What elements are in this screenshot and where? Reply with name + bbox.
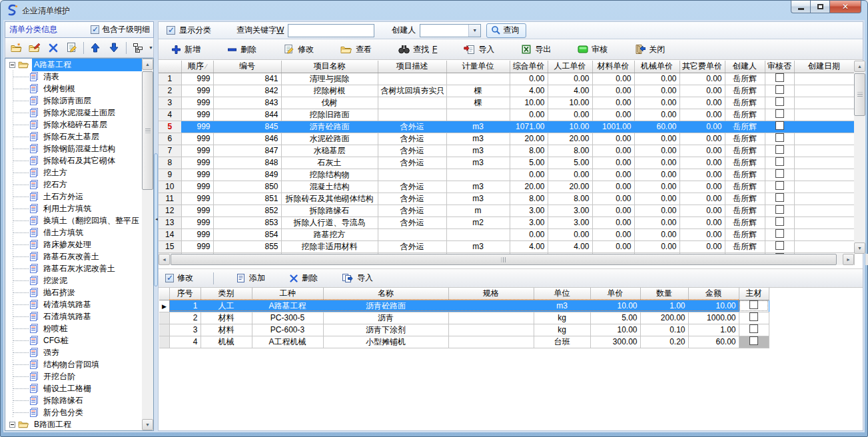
tree-item[interactable]: 石渣填筑路基 bbox=[5, 310, 142, 322]
edit-category-button[interactable] bbox=[27, 40, 42, 56]
tree-item[interactable]: 路基石灰水泥改善土 bbox=[5, 262, 142, 274]
table-row[interactable]: 11999851拆除砖石及其他砌体结构含外运m38.008.000.000.00… bbox=[159, 193, 854, 205]
audit-checkbox[interactable] bbox=[775, 145, 784, 154]
tree-levels-button[interactable] bbox=[131, 40, 146, 56]
column-header[interactable]: 序号 bbox=[169, 288, 201, 300]
column-header[interactable]: 工种 bbox=[252, 288, 323, 300]
row-number[interactable]: 11 bbox=[159, 193, 181, 205]
scroll-up-icon[interactable]: ▲ bbox=[854, 61, 865, 72]
column-header[interactable]: 人工单价 bbox=[548, 61, 592, 73]
scroll-down-icon[interactable]: ▼ bbox=[142, 419, 153, 430]
tree-item[interactable]: 拆除路缘石 bbox=[5, 394, 142, 406]
main-material-checkbox[interactable] bbox=[749, 300, 758, 309]
row-number[interactable]: 10 bbox=[159, 181, 181, 193]
tree-scrollbar[interactable]: ▲ ▼ bbox=[142, 59, 153, 430]
tree-item[interactable]: 换填土（翻挖回填、整平压 bbox=[5, 215, 142, 226]
row-marker[interactable] bbox=[159, 312, 169, 324]
table-row[interactable]: 13999853拆除人行道、导流岛含外运m23.003.000.000.000.… bbox=[159, 217, 854, 228]
item-grid-vthumb[interactable] bbox=[854, 73, 865, 116]
row-number[interactable]: 6 bbox=[159, 133, 181, 145]
audit-checkbox[interactable] bbox=[775, 157, 784, 166]
tree-folder-item[interactable]: B路面工程 bbox=[5, 418, 142, 430]
main-material-checkbox[interactable] bbox=[749, 324, 758, 333]
tree-item[interactable]: 土石方外运 bbox=[5, 191, 142, 203]
detail-import-button[interactable]: 导入 bbox=[340, 271, 375, 285]
audit-checkbox[interactable] bbox=[775, 241, 784, 250]
scroll-right-icon[interactable]: ► bbox=[843, 254, 854, 265]
tree-item[interactable]: 借土方填筑 bbox=[5, 226, 142, 238]
tree-item[interactable]: 利用土方填筑 bbox=[5, 203, 142, 215]
row-marker[interactable] bbox=[159, 336, 169, 348]
tree-item[interactable]: 挖石方 bbox=[5, 179, 142, 191]
column-header[interactable]: 顺序∕ bbox=[181, 61, 213, 73]
tree-item[interactable]: 路基石灰改善土 bbox=[5, 250, 142, 262]
audit-checkbox[interactable] bbox=[775, 193, 784, 202]
view-button[interactable]: 查看 bbox=[338, 43, 374, 57]
column-header[interactable]: 规格 bbox=[448, 288, 534, 300]
modify-category-button[interactable] bbox=[63, 40, 79, 56]
tree-item[interactable]: 拆除沥青面层 bbox=[5, 95, 142, 107]
tree-item[interactable]: 抛石挤淤 bbox=[5, 286, 142, 298]
tree-item[interactable]: 路床掺灰处理 bbox=[5, 238, 142, 250]
table-row[interactable]: 6999846水泥砼路面含外运m320.0020.000.000.000.00岳… bbox=[159, 133, 854, 145]
column-header[interactable]: 审核否 bbox=[765, 61, 794, 73]
row-number[interactable]: 8 bbox=[159, 157, 181, 169]
export-button[interactable]: 导出 bbox=[519, 43, 553, 57]
main-material-checkbox[interactable] bbox=[749, 336, 758, 345]
audit-checkbox[interactable] bbox=[775, 217, 784, 226]
tree-item[interactable]: 清表 bbox=[5, 71, 142, 83]
audit-checkbox[interactable] bbox=[775, 121, 784, 130]
row-number[interactable]: 1 bbox=[159, 73, 181, 85]
table-row[interactable]: 2999842挖除树根含树坑回填夯实只棵4.004.000.000.000.00… bbox=[159, 85, 854, 97]
item-grid-hscrollbar[interactable]: ◄ ► bbox=[159, 254, 854, 265]
new-category-button[interactable] bbox=[9, 40, 24, 56]
table-row[interactable]: 10999850混凝土结构含外运m320.0020.000.000.000.00… bbox=[159, 181, 854, 193]
tree-item[interactable]: 粉喷桩 bbox=[5, 322, 142, 334]
column-header[interactable]: 计量单位 bbox=[446, 61, 510, 73]
detail-delete-button[interactable]: 删除 bbox=[287, 271, 320, 285]
scroll-up-icon[interactable]: ▲ bbox=[142, 59, 153, 70]
column-header[interactable]: 类别 bbox=[201, 288, 252, 300]
audit-checkbox[interactable] bbox=[775, 133, 784, 142]
column-header[interactable]: 项目名称 bbox=[281, 61, 378, 73]
column-header[interactable]: 单位 bbox=[534, 288, 590, 300]
item-grid-vscrollbar[interactable]: ▲ ▼ bbox=[854, 61, 865, 254]
table-row[interactable]: 4机械A工程机械小型摊铺机台班300.000.2060.00 bbox=[159, 336, 769, 348]
tree-item[interactable]: 拆除石灰土基层 bbox=[5, 131, 142, 143]
scroll-down-icon[interactable]: ▼ bbox=[854, 242, 865, 254]
audit-checkbox[interactable] bbox=[775, 73, 784, 82]
tree-item[interactable]: 拆除钢筋混凝土结构 bbox=[5, 143, 142, 155]
audit-button[interactable]: 审核 bbox=[576, 43, 610, 57]
move-down-button[interactable] bbox=[106, 40, 121, 56]
column-header[interactable]: 材料单价 bbox=[592, 61, 634, 73]
row-number[interactable]: 9 bbox=[159, 169, 181, 181]
add-button[interactable]: 新增 bbox=[169, 43, 203, 57]
row-number[interactable]: 7 bbox=[159, 145, 181, 157]
item-grid-hthumb[interactable] bbox=[171, 254, 837, 265]
table-row[interactable]: 14999854路基挖方0.000.000.000.000.00岳所辉 bbox=[159, 228, 854, 240]
column-header[interactable]: 综合单价 bbox=[510, 61, 548, 73]
column-header[interactable]: 创建日期 bbox=[794, 61, 854, 73]
tree-item[interactable]: 拆除水泥混凝土面层 bbox=[5, 107, 142, 119]
column-header[interactable]: 金额 bbox=[688, 288, 739, 300]
table-row[interactable]: 4999844挖除旧路面0.000.000.000.000.00岳所辉 bbox=[159, 109, 854, 121]
audit-checkbox[interactable] bbox=[775, 181, 784, 190]
tree-item[interactable]: 挖淤泥 bbox=[5, 274, 142, 286]
column-header[interactable]: 名称 bbox=[323, 288, 448, 300]
row-marker[interactable] bbox=[159, 324, 169, 336]
column-header[interactable]: 项目描述 bbox=[378, 61, 446, 73]
creator-combobox[interactable]: ▼ bbox=[420, 24, 481, 37]
main-material-checkbox[interactable] bbox=[749, 312, 758, 321]
tree-item[interactable]: 铺设土工格栅 bbox=[5, 382, 142, 394]
table-row[interactable]: 12999852拆除路缘石含外运m3.003.000.000.000.00岳所辉 bbox=[159, 205, 854, 217]
row-number[interactable]: 13 bbox=[159, 217, 181, 228]
show-category-checkbox[interactable] bbox=[167, 26, 175, 35]
detail-modify-checkbox[interactable] bbox=[165, 274, 174, 282]
tree-item[interactable]: 拆除水稳碎石基层 bbox=[5, 119, 142, 131]
audit-checkbox[interactable] bbox=[775, 205, 784, 214]
tree-levels-dropdown-arrow[interactable]: ▼ bbox=[149, 45, 153, 50]
column-header[interactable]: 其它费单价 bbox=[679, 61, 725, 73]
table-row[interactable]: 5999845沥青砼路面含外运m31071.0010.001001.0060.0… bbox=[159, 121, 854, 133]
maximize-button[interactable] bbox=[811, 1, 830, 13]
column-header[interactable]: 单价 bbox=[590, 288, 640, 300]
